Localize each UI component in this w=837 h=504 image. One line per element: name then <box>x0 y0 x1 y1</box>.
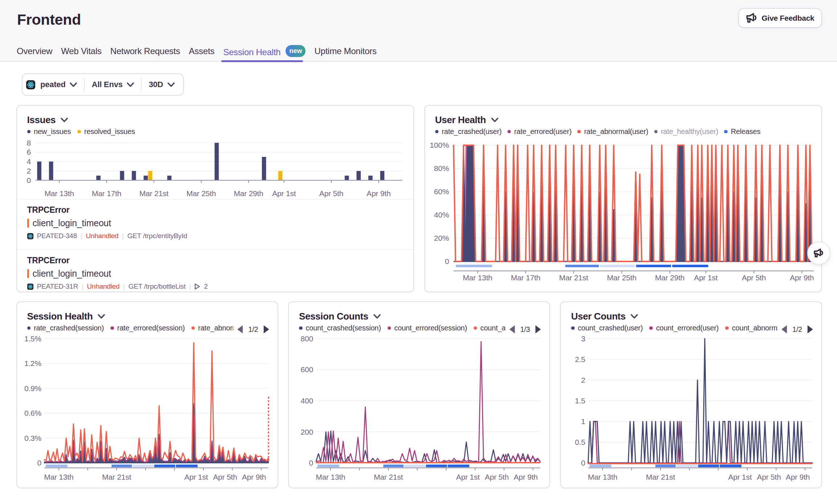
svg-text:0: 0 <box>27 176 31 184</box>
svg-text:200: 200 <box>301 428 313 436</box>
svg-text:Mar 13th: Mar 13th <box>44 189 74 198</box>
svg-text:Mar 17th: Mar 17th <box>511 273 540 282</box>
svg-text:0.9%: 0.9% <box>24 384 41 393</box>
svg-text:Apr 1st: Apr 1st <box>456 473 480 481</box>
svg-text:Apr 5th: Apr 5th <box>213 473 237 481</box>
svg-text:2: 2 <box>581 376 585 384</box>
svg-text:Mar 25th: Mar 25th <box>607 273 636 282</box>
svg-text:Apr 9th: Apr 9th <box>790 273 814 282</box>
svg-text:Apr 1st: Apr 1st <box>272 189 296 198</box>
svg-text:Apr 9th: Apr 9th <box>367 189 391 198</box>
svg-text:1.2%: 1.2% <box>24 359 41 367</box>
svg-text:1.5: 1.5 <box>575 397 585 405</box>
svg-text:1.5%: 1.5% <box>24 334 41 343</box>
svg-text:0.5: 0.5 <box>575 438 585 446</box>
svg-text:4: 4 <box>27 157 31 166</box>
svg-text:Mar 21st: Mar 21st <box>374 473 403 481</box>
svg-text:Apr 5th: Apr 5th <box>485 473 509 481</box>
svg-text:80%: 80% <box>434 164 449 172</box>
svg-text:0.3%: 0.3% <box>24 434 41 442</box>
svg-text:Apr 1st: Apr 1st <box>728 473 752 481</box>
svg-text:Mar 21st: Mar 21st <box>139 189 168 198</box>
svg-text:1: 1 <box>581 417 585 426</box>
svg-text:40%: 40% <box>434 211 449 219</box>
svg-text:Apr 5th: Apr 5th <box>757 473 781 481</box>
svg-text:Mar 29th: Mar 29th <box>655 273 684 282</box>
svg-text:Mar 13th: Mar 13th <box>588 473 617 481</box>
svg-text:0.6%: 0.6% <box>24 409 41 417</box>
svg-text:8: 8 <box>27 139 31 147</box>
svg-text:0: 0 <box>445 257 449 265</box>
svg-text:3: 3 <box>581 334 585 343</box>
svg-text:Mar 21st: Mar 21st <box>559 273 588 282</box>
svg-text:Mar 13th: Mar 13th <box>44 473 73 481</box>
svg-text:100%: 100% <box>430 141 449 149</box>
svg-text:0: 0 <box>309 459 313 467</box>
svg-text:Apr 5th: Apr 5th <box>742 273 766 282</box>
svg-text:Apr 9th: Apr 9th <box>786 473 810 481</box>
svg-text:Apr 5th: Apr 5th <box>319 189 343 198</box>
svg-text:2.5: 2.5 <box>575 355 585 363</box>
svg-text:Mar 13th: Mar 13th <box>316 473 345 481</box>
svg-text:400: 400 <box>301 397 313 405</box>
svg-text:2: 2 <box>27 167 31 175</box>
svg-text:600: 600 <box>301 365 313 374</box>
svg-text:Mar 21st: Mar 21st <box>102 473 131 481</box>
svg-text:Apr 1st: Apr 1st <box>184 473 208 481</box>
svg-text:Mar 17th: Mar 17th <box>92 189 121 198</box>
svg-text:6: 6 <box>27 148 31 156</box>
svg-text:800: 800 <box>301 334 313 343</box>
svg-text:60%: 60% <box>434 187 449 196</box>
svg-text:0: 0 <box>581 459 585 467</box>
svg-text:Mar 21st: Mar 21st <box>646 473 675 481</box>
svg-text:Apr 1st: Apr 1st <box>694 273 717 282</box>
svg-text:Mar 25th: Mar 25th <box>186 189 216 198</box>
svg-text:Mar 29th: Mar 29th <box>234 189 263 198</box>
svg-text:0: 0 <box>37 459 41 467</box>
svg-text:20%: 20% <box>434 234 449 242</box>
svg-text:Mar 13th: Mar 13th <box>462 273 492 282</box>
svg-text:Apr 9th: Apr 9th <box>514 473 538 481</box>
svg-text:Apr 9th: Apr 9th <box>242 473 266 481</box>
